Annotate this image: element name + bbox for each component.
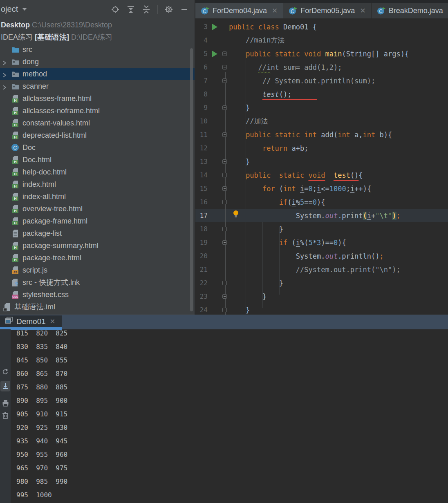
module-file-icon <box>2 303 11 311</box>
project-panel-title: oject <box>1 4 18 14</box>
tree-item[interactable]: Hindex.html <box>0 178 195 190</box>
folder-icon <box>11 58 20 65</box>
settings-icon[interactable] <box>164 5 173 14</box>
fold-marker-icon[interactable] <box>222 173 227 177</box>
tree-item-label: deprecated-list.html <box>22 131 87 140</box>
code-line: 6 //int sum= add(1,2); <box>195 60 448 74</box>
project-tree-scrollbar[interactable] <box>190 48 193 311</box>
chevron-right-icon[interactable] <box>2 72 7 80</box>
tree-item[interactable]: JSscript.js <box>0 264 195 276</box>
tree-item[interactable]: 基础语法.iml <box>0 301 195 313</box>
editor-tab[interactable]: CBreakDemo.java <box>372 3 448 18</box>
line-number: 23 <box>195 293 208 300</box>
tree-item[interactable]: Hpackage-tree.html <box>0 252 195 264</box>
html-file-icon: H <box>11 192 20 201</box>
hide-panel-icon[interactable] <box>180 5 189 14</box>
fold-marker-icon[interactable] <box>222 159 227 164</box>
fold-marker-icon[interactable] <box>222 308 227 312</box>
js-file-icon: JS <box>11 266 20 275</box>
scroll-from-source-icon[interactable] <box>126 5 135 14</box>
code-lines: 3public class Demo01 {4 //main方法5 public… <box>195 20 448 315</box>
tree-item[interactable]: method <box>0 68 195 80</box>
svg-text:H: H <box>14 197 17 201</box>
scroll-to-end-icon[interactable] <box>0 381 10 391</box>
run-tab-demo01[interactable]: Demo01 ✕ <box>0 315 62 327</box>
editor-tab[interactable]: CForDemo05.java✕ <box>283 3 371 18</box>
chevron-down-icon[interactable] <box>22 8 27 11</box>
run-line-icon[interactable] <box>212 24 217 30</box>
chevron-right-icon[interactable] <box>2 59 7 68</box>
tree-item-label: C:\Users\28319\Desktop <box>30 21 112 29</box>
tree-item[interactable]: HDoc.html <box>0 154 195 166</box>
tree-item-label: src <box>22 45 32 54</box>
locate-icon[interactable] <box>111 5 120 14</box>
tree-item[interactable]: CSSstylesheet.css <box>0 288 195 301</box>
line-number: 4 <box>195 36 208 44</box>
fold-marker-icon[interactable] <box>222 294 227 299</box>
svg-text:H: H <box>14 246 17 250</box>
tree-item[interactable]: Hallclasses-noframe.html <box>0 105 195 117</box>
fold-marker-icon[interactable] <box>222 65 227 69</box>
tree-item[interactable]: Hconstant-values.html <box>0 117 195 129</box>
tree-item[interactable]: Hindex-all.html <box>0 190 195 203</box>
fold-marker-icon[interactable] <box>222 240 227 245</box>
print-icon[interactable] <box>0 398 10 408</box>
tree-item[interactable]: Hoverview-tree.html <box>0 203 195 215</box>
editor-tab[interactable]: CForDemo04.java✕ <box>195 3 283 18</box>
chevron-right-icon[interactable] <box>2 84 7 92</box>
close-icon[interactable]: ✕ <box>272 7 278 15</box>
tree-item[interactable]: Hhelp-doc.html <box>0 166 195 178</box>
project-panel: oject Desktop C: <box>0 0 195 315</box>
code-editor[interactable]: 3public class Demo01 {4 //main方法5 public… <box>195 18 448 315</box>
class-icon: C <box>11 143 20 152</box>
tree-item[interactable]: Hallclasses-frame.html <box>0 92 195 105</box>
code-line: 16 if(i%5==0){ <box>195 195 448 209</box>
console-text: 815 820 825 830 835 840 845 850 855 860 … <box>11 326 448 502</box>
tree-item[interactable]: Hpackage-frame.html <box>0 215 195 227</box>
tree-item[interactable]: dong <box>0 56 195 68</box>
collapse-all-icon[interactable] <box>142 5 151 14</box>
tree-item-label: allclasses-frame.html <box>22 94 92 103</box>
tree-item-label: index.html <box>22 180 56 189</box>
tree-item[interactable]: src <box>0 43 195 56</box>
clear-icon[interactable] <box>0 410 10 420</box>
fold-marker-icon[interactable] <box>222 200 227 204</box>
editor: CForDemo04.java✕CForDemo05.java✕CBreakDe… <box>195 0 448 315</box>
close-icon[interactable]: ✕ <box>50 317 55 325</box>
intention-bulb-icon[interactable] <box>232 210 240 219</box>
tree-item[interactable]: Desktop C:\Users\28319\Desktop <box>0 19 195 31</box>
tree-item[interactable]: IDEA练习 [基础语法] D:\IDEA练习 <box>0 31 195 43</box>
tree-item-label: package-frame.html <box>22 217 87 226</box>
tree-item[interactable]: CDoc <box>0 141 195 154</box>
line-number: 22 <box>195 279 208 287</box>
source-folder-icon <box>11 46 20 53</box>
fold-marker-icon[interactable] <box>222 105 227 110</box>
tree-item[interactable]: ?src - 快捷方式.lnk <box>0 276 195 288</box>
close-icon[interactable]: ✕ <box>360 7 365 15</box>
fold-marker-icon[interactable] <box>222 132 227 137</box>
line-number: 13 <box>195 158 208 165</box>
tree-item-label: Doc <box>22 143 36 152</box>
svg-text:JS: JS <box>13 271 17 274</box>
svg-text:CSS: CSS <box>12 295 18 298</box>
fold-marker-icon[interactable] <box>222 51 227 56</box>
tree-item[interactable]: package-list <box>0 227 195 239</box>
html-file-icon: H <box>11 119 20 127</box>
fold-marker-icon[interactable] <box>222 78 227 83</box>
rerun-icon[interactable] <box>0 367 10 377</box>
code-line: 22 } <box>195 276 448 290</box>
svg-text:H: H <box>14 160 17 164</box>
tree-item[interactable]: scanner <box>0 80 195 92</box>
html-file-icon: H <box>11 254 20 262</box>
java-class-icon: C <box>289 7 297 15</box>
fold-marker-icon[interactable] <box>222 281 227 285</box>
html-file-icon: H <box>11 94 20 103</box>
code-line: 11 public static int add(int a,int b){ <box>195 128 448 141</box>
tree-item[interactable]: Hdeprecated-list.html <box>0 129 195 141</box>
java-class-icon: C <box>377 7 385 15</box>
fold-marker-icon[interactable] <box>222 186 227 191</box>
fold-marker-icon[interactable] <box>222 227 227 231</box>
run-line-icon[interactable] <box>212 51 217 57</box>
tree-item[interactable]: Hpackage-summary.html <box>0 239 195 252</box>
shortcut-file-icon: ? <box>11 278 20 287</box>
